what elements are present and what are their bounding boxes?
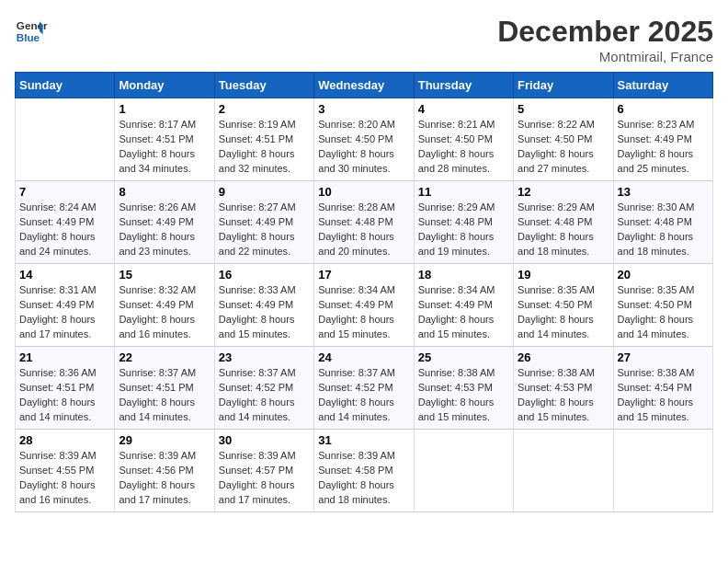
day-info: Sunrise: 8:37 AM Sunset: 4:51 PM Dayligh…	[119, 366, 210, 425]
weekday-saturday: Saturday	[613, 73, 712, 98]
day-number: 4	[418, 102, 509, 116]
calendar-cell: 18Sunrise: 8:34 AM Sunset: 4:49 PM Dayli…	[414, 264, 513, 347]
day-number: 10	[318, 185, 409, 199]
weekday-thursday: Thursday	[414, 73, 513, 98]
day-info: Sunrise: 8:26 AM Sunset: 4:49 PM Dayligh…	[119, 201, 210, 259]
title-block: December 2025 Montmirail, France	[497, 15, 713, 64]
weekday-header: SundayMondayTuesdayWednesdayThursdayFrid…	[16, 73, 713, 98]
day-info: Sunrise: 8:39 AM Sunset: 4:57 PM Dayligh…	[219, 449, 310, 508]
weekday-tuesday: Tuesday	[214, 73, 313, 98]
day-number: 24	[318, 350, 409, 364]
day-info: Sunrise: 8:34 AM Sunset: 4:49 PM Dayligh…	[318, 283, 409, 342]
day-number: 18	[418, 268, 509, 282]
calendar-cell: 26Sunrise: 8:38 AM Sunset: 4:53 PM Dayli…	[514, 347, 613, 430]
day-number: 20	[618, 268, 709, 282]
calendar-cell: 9Sunrise: 8:27 AM Sunset: 4:49 PM Daylig…	[214, 181, 313, 264]
calendar-cell: 3Sunrise: 8:20 AM Sunset: 4:50 PM Daylig…	[314, 98, 414, 181]
calendar-cell: 27Sunrise: 8:38 AM Sunset: 4:54 PM Dayli…	[613, 347, 712, 430]
day-number: 12	[518, 185, 609, 199]
day-number: 8	[119, 185, 210, 199]
day-number: 11	[418, 185, 509, 199]
day-number: 5	[518, 102, 609, 116]
location: Montmirail, France	[497, 49, 713, 64]
day-number: 9	[219, 185, 310, 199]
day-info: Sunrise: 8:38 AM Sunset: 4:54 PM Dayligh…	[618, 366, 709, 425]
day-info: Sunrise: 8:28 AM Sunset: 4:48 PM Dayligh…	[318, 201, 409, 259]
weekday-sunday: Sunday	[16, 73, 115, 98]
day-info: Sunrise: 8:31 AM Sunset: 4:49 PM Dayligh…	[19, 283, 110, 342]
calendar-cell: 8Sunrise: 8:26 AM Sunset: 4:49 PM Daylig…	[115, 181, 214, 264]
calendar-cell: 29Sunrise: 8:39 AM Sunset: 4:56 PM Dayli…	[115, 430, 214, 512]
day-number: 14	[19, 268, 110, 282]
day-info: Sunrise: 8:36 AM Sunset: 4:51 PM Dayligh…	[19, 366, 110, 425]
calendar-cell	[16, 98, 115, 181]
calendar-cell	[514, 430, 613, 512]
calendar-body: 1Sunrise: 8:17 AM Sunset: 4:51 PM Daylig…	[16, 98, 713, 512]
logo-icon: General Blue	[15, 15, 48, 48]
day-number: 15	[119, 268, 210, 282]
calendar-cell: 10Sunrise: 8:28 AM Sunset: 4:48 PM Dayli…	[314, 181, 414, 264]
day-info: Sunrise: 8:39 AM Sunset: 4:58 PM Dayligh…	[318, 449, 409, 508]
calendar-cell: 24Sunrise: 8:37 AM Sunset: 4:52 PM Dayli…	[314, 347, 414, 430]
day-number: 27	[618, 350, 709, 364]
logo: General Blue	[15, 15, 48, 48]
day-number: 19	[518, 268, 609, 282]
day-info: Sunrise: 8:23 AM Sunset: 4:49 PM Dayligh…	[618, 118, 709, 177]
day-info: Sunrise: 8:29 AM Sunset: 4:48 PM Dayligh…	[518, 201, 609, 259]
day-number: 1	[119, 102, 210, 116]
calendar-cell: 17Sunrise: 8:34 AM Sunset: 4:49 PM Dayli…	[314, 264, 414, 347]
week-row-2: 7Sunrise: 8:24 AM Sunset: 4:49 PM Daylig…	[16, 181, 713, 264]
calendar-cell: 21Sunrise: 8:36 AM Sunset: 4:51 PM Dayli…	[16, 347, 115, 430]
day-info: Sunrise: 8:17 AM Sunset: 4:51 PM Dayligh…	[119, 118, 210, 177]
week-row-5: 28Sunrise: 8:39 AM Sunset: 4:55 PM Dayli…	[16, 430, 713, 512]
calendar-cell: 22Sunrise: 8:37 AM Sunset: 4:51 PM Dayli…	[115, 347, 214, 430]
calendar-cell: 15Sunrise: 8:32 AM Sunset: 4:49 PM Dayli…	[115, 264, 214, 347]
day-info: Sunrise: 8:19 AM Sunset: 4:51 PM Dayligh…	[219, 118, 310, 177]
day-info: Sunrise: 8:20 AM Sunset: 4:50 PM Dayligh…	[318, 118, 409, 177]
calendar-cell: 11Sunrise: 8:29 AM Sunset: 4:48 PM Dayli…	[414, 181, 513, 264]
day-number: 3	[318, 102, 409, 116]
day-info: Sunrise: 8:21 AM Sunset: 4:50 PM Dayligh…	[418, 118, 509, 177]
day-number: 7	[19, 185, 110, 199]
calendar-cell	[414, 430, 513, 512]
day-number: 23	[219, 350, 310, 364]
day-number: 26	[518, 350, 609, 364]
calendar-cell: 28Sunrise: 8:39 AM Sunset: 4:55 PM Dayli…	[16, 430, 115, 512]
calendar-cell: 7Sunrise: 8:24 AM Sunset: 4:49 PM Daylig…	[16, 181, 115, 264]
day-info: Sunrise: 8:24 AM Sunset: 4:49 PM Dayligh…	[19, 201, 110, 259]
day-info: Sunrise: 8:33 AM Sunset: 4:49 PM Dayligh…	[219, 283, 310, 342]
calendar-cell: 13Sunrise: 8:30 AM Sunset: 4:48 PM Dayli…	[613, 181, 712, 264]
day-info: Sunrise: 8:38 AM Sunset: 4:53 PM Dayligh…	[518, 366, 609, 425]
calendar-cell	[613, 430, 712, 512]
calendar-cell: 1Sunrise: 8:17 AM Sunset: 4:51 PM Daylig…	[115, 98, 214, 181]
page-header: General Blue December 2025 Montmirail, F…	[15, 15, 713, 64]
calendar-cell: 4Sunrise: 8:21 AM Sunset: 4:50 PM Daylig…	[414, 98, 513, 181]
calendar-cell: 12Sunrise: 8:29 AM Sunset: 4:48 PM Dayli…	[514, 181, 613, 264]
day-number: 16	[219, 268, 310, 282]
month-title: December 2025	[497, 15, 713, 49]
day-number: 28	[19, 433, 110, 447]
day-info: Sunrise: 8:35 AM Sunset: 4:50 PM Dayligh…	[518, 283, 609, 342]
day-info: Sunrise: 8:32 AM Sunset: 4:49 PM Dayligh…	[119, 283, 210, 342]
week-row-4: 21Sunrise: 8:36 AM Sunset: 4:51 PM Dayli…	[16, 347, 713, 430]
calendar-cell: 19Sunrise: 8:35 AM Sunset: 4:50 PM Dayli…	[514, 264, 613, 347]
day-number: 29	[119, 433, 210, 447]
calendar-cell: 30Sunrise: 8:39 AM Sunset: 4:57 PM Dayli…	[214, 430, 313, 512]
day-number: 30	[219, 433, 310, 447]
calendar-cell: 2Sunrise: 8:19 AM Sunset: 4:51 PM Daylig…	[214, 98, 313, 181]
weekday-wednesday: Wednesday	[314, 73, 414, 98]
day-info: Sunrise: 8:38 AM Sunset: 4:53 PM Dayligh…	[418, 366, 509, 425]
day-number: 17	[318, 268, 409, 282]
calendar-cell: 6Sunrise: 8:23 AM Sunset: 4:49 PM Daylig…	[613, 98, 712, 181]
day-number: 21	[19, 350, 110, 364]
day-info: Sunrise: 8:39 AM Sunset: 4:56 PM Dayligh…	[119, 449, 210, 508]
calendar-cell: 31Sunrise: 8:39 AM Sunset: 4:58 PM Dayli…	[314, 430, 414, 512]
day-info: Sunrise: 8:39 AM Sunset: 4:55 PM Dayligh…	[19, 449, 110, 508]
calendar-cell: 14Sunrise: 8:31 AM Sunset: 4:49 PM Dayli…	[16, 264, 115, 347]
day-number: 25	[418, 350, 509, 364]
day-number: 22	[119, 350, 210, 364]
day-info: Sunrise: 8:34 AM Sunset: 4:49 PM Dayligh…	[418, 283, 509, 342]
day-info: Sunrise: 8:27 AM Sunset: 4:49 PM Dayligh…	[219, 201, 310, 259]
calendar-table: SundayMondayTuesdayWednesdayThursdayFrid…	[15, 72, 713, 512]
day-number: 31	[318, 433, 409, 447]
